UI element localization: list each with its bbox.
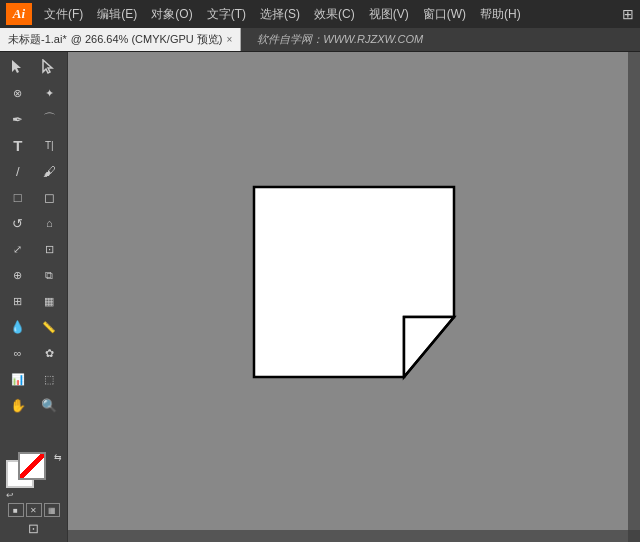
rectangle-tool[interactable]: □ [4,184,32,210]
fill-mode-button[interactable]: ■ [8,503,24,517]
curvature-tool[interactable]: ⌒ [35,106,63,132]
tool-row-8: ⤢ ⊡ [2,236,65,262]
menu-file[interactable]: 文件(F) [38,4,89,25]
direct-selection-tool[interactable] [35,54,63,80]
tool-row-2: ⊗ ✦ [2,80,65,106]
blend-tool[interactable]: ∞ [4,340,32,366]
gradient-tool[interactable]: ▦ [35,288,63,314]
canvas-area[interactable] [68,52,640,542]
toolbar: ⊗ ✦ ✒ ⌒ T T| / 🖌 □ ◻ ↺ ⌂ ⤢ ⊡ [0,52,68,542]
document-tab[interactable]: 未标题-1.ai* @ 266.64% (CMYK/GPU 预览) × [0,28,241,51]
watermark-text: 软件自学网：WWW.RJZXW.COM [257,32,423,47]
scroll-corner [628,530,640,542]
warp-tool[interactable]: ⌂ [35,210,63,236]
menu-edit[interactable]: 编辑(E) [91,4,143,25]
artboard-tool[interactable]: ⬚ [35,366,63,392]
menu-effect[interactable]: 效果(C) [308,4,361,25]
tool-row-5: / 🖌 [2,158,65,184]
shape-builder-tool[interactable]: ⊕ [4,262,32,288]
pen-tool[interactable]: ✒ [4,106,32,132]
horizontal-scrollbar[interactable] [68,530,628,542]
eraser-tool[interactable]: ◻ [35,184,63,210]
swap-colors-icon[interactable]: ⇆ [54,452,62,462]
layout-icon[interactable]: ⊞ [622,6,634,22]
menu-bar: 文件(F) 编辑(E) 对象(O) 文字(T) 选择(S) 效果(C) 视图(V… [38,4,527,25]
foreground-color-swatch[interactable] [18,452,46,480]
rotate-tool[interactable]: ↺ [4,210,32,236]
color-section: ↩ ⇆ ■ ✕ ▦ ⊡ [2,448,65,540]
tool-row-12: ∞ ✿ [2,340,65,366]
menu-view[interactable]: 视图(V) [363,4,415,25]
eyedropper-tool[interactable]: 💧 [4,314,32,340]
menu-window[interactable]: 窗口(W) [417,4,472,25]
column-graph-tool[interactable]: 📊 [4,366,32,392]
tab-zoom-info: @ 266.64% (CMYK/GPU 预览) [71,32,223,47]
symbol-sprayer-tool[interactable]: ✿ [35,340,63,366]
mesh-tool[interactable]: ⊞ [4,288,32,314]
tab-bar: 未标题-1.ai* @ 266.64% (CMYK/GPU 预览) × 软件自学… [0,28,640,52]
hand-tool[interactable]: ✋ [4,392,32,418]
tool-row-6: □ ◻ [2,184,65,210]
tool-row-10: ⊞ ▦ [2,288,65,314]
tool-row-1 [2,54,65,80]
menu-help[interactable]: 帮助(H) [474,4,527,25]
tool-row-4: T T| [2,132,65,158]
line-tool[interactable]: / [4,158,32,184]
free-transform-tool[interactable]: ⊡ [35,236,63,262]
app-logo: Ai [6,3,32,25]
tool-row-7: ↺ ⌂ [2,210,65,236]
measure-tool[interactable]: 📏 [35,314,63,340]
zoom-tool[interactable]: 🔍 [35,392,63,418]
vertical-scrollbar[interactable] [628,52,640,530]
svg-marker-1 [43,60,52,73]
touch-type-tool[interactable]: T| [35,132,63,158]
svg-marker-0 [12,60,21,73]
perspective-grid-tool[interactable]: ⧉ [35,262,63,288]
type-tool[interactable]: T [4,132,32,158]
change-screen-mode-button[interactable]: ⊡ [28,521,39,536]
tab-close-button[interactable]: × [226,34,232,45]
main-layout: ⊗ ✦ ✒ ⌒ T T| / 🖌 □ ◻ ↺ ⌂ ⤢ ⊡ [0,52,640,542]
magic-wand-tool[interactable]: ✦ [35,80,63,106]
paintbrush-tool[interactable]: 🖌 [35,158,63,184]
tool-row-9: ⊕ ⧉ [2,262,65,288]
title-bar: Ai 文件(F) 编辑(E) 对象(O) 文字(T) 选择(S) 效果(C) 视… [0,0,640,28]
menu-type[interactable]: 文字(T) [201,4,252,25]
tool-row-3: ✒ ⌒ [2,106,65,132]
tool-row-14: ✋ 🔍 [2,392,65,418]
gradient-mode-button[interactable]: ▦ [44,503,60,517]
reset-colors-icon[interactable]: ↩ [6,490,14,500]
canvas-content [68,52,640,542]
tool-row-13: 📊 ⬚ [2,366,65,392]
menu-object[interactable]: 对象(O) [145,4,198,25]
none-mode-button[interactable]: ✕ [26,503,42,517]
lasso-tool[interactable]: ⊗ [4,80,32,106]
scale-tool[interactable]: ⤢ [4,236,32,262]
artboard-svg [244,177,464,417]
tool-row-11: 💧 📏 [2,314,65,340]
menu-select[interactable]: 选择(S) [254,4,306,25]
tab-title: 未标题-1.ai* [8,32,67,47]
selection-tool[interactable] [4,54,32,80]
